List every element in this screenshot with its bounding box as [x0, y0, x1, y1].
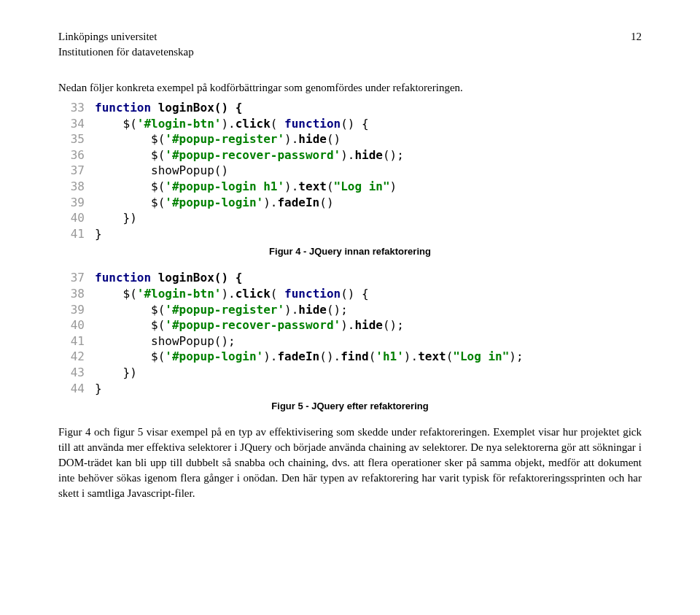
line-number: 39 [58, 302, 95, 318]
code-line: 37function loginBox() { [58, 270, 642, 286]
code-line: 41} [58, 226, 642, 242]
line-number: 33 [58, 100, 95, 116]
code-line: 39 $('#popup-register').hide(); [58, 302, 642, 318]
line-number: 36 [58, 147, 95, 163]
code-content: $('#login-btn').click( function() { [95, 286, 642, 302]
intro-paragraph: Nedan följer konkreta exempel på kodförb… [58, 80, 642, 96]
body-paragraph: Figur 4 och figur 5 visar exempel på en … [58, 425, 642, 501]
code-content: } [95, 226, 642, 242]
line-number: 40 [58, 317, 95, 333]
code-line: 41 showPopup(); [58, 333, 642, 349]
code-content: $('#popup-login h1').text("Log in") [95, 179, 642, 195]
caption-figure-4: Figur 4 - JQuery innan refaktorering [58, 246, 642, 257]
line-number: 39 [58, 195, 95, 211]
line-number: 34 [58, 116, 95, 132]
line-number: 37 [58, 270, 95, 286]
code-content: showPopup(); [95, 333, 642, 349]
code-content: } [95, 381, 642, 397]
code-line: 42 $('#popup-login').fadeIn().find('h1')… [58, 349, 642, 365]
line-number: 38 [58, 179, 95, 195]
line-number: 44 [58, 381, 95, 397]
caption-figure-5: Figur 5 - JQuery efter refaktorering [58, 401, 642, 411]
header-line1: Linköpings universitet [58, 29, 194, 45]
code-content: $('#popup-register').hide(); [95, 302, 642, 318]
line-number: 41 [58, 333, 95, 349]
line-number: 42 [58, 349, 95, 365]
code-line: 33function loginBox() { [58, 100, 642, 116]
code-content: $('#popup-login').fadeIn().find('h1').te… [95, 349, 642, 365]
code-content: showPopup() [95, 163, 642, 179]
code-line: 38 $('#popup-login h1').text("Log in") [58, 179, 642, 195]
code-line: 37 showPopup() [58, 163, 642, 179]
page-header: Linköpings universitet Institutionen för… [58, 29, 642, 60]
code-content: $('#popup-login').fadeIn() [95, 195, 642, 211]
line-number: 37 [58, 163, 95, 179]
code-content: $('#popup-register').hide() [95, 131, 642, 147]
line-number: 35 [58, 131, 95, 147]
code-line: 40 $('#popup-recover-password').hide(); [58, 317, 642, 333]
code-line: 34 $('#login-btn').click( function() { [58, 116, 642, 132]
code-line: 36 $('#popup-recover-password').hide(); [58, 147, 642, 163]
code-content: $('#popup-recover-password').hide(); [95, 147, 642, 163]
line-number: 38 [58, 286, 95, 302]
code-content: }) [95, 365, 642, 381]
code-content: function loginBox() { [95, 100, 642, 116]
code-line: 43 }) [58, 365, 642, 381]
code-figure-4: 33function loginBox() {34 $('#login-btn'… [58, 100, 642, 241]
code-line: 35 $('#popup-register').hide() [58, 131, 642, 147]
line-number: 43 [58, 365, 95, 381]
code-content: $('#login-btn').click( function() { [95, 116, 642, 132]
code-line: 44} [58, 381, 642, 397]
code-content: }) [95, 210, 642, 226]
line-number: 41 [58, 226, 95, 242]
code-line: 38 $('#login-btn').click( function() { [58, 286, 642, 302]
code-content: $('#popup-recover-password').hide(); [95, 317, 642, 333]
code-content: function loginBox() { [95, 270, 642, 286]
code-line: 39 $('#popup-login').fadeIn() [58, 195, 642, 211]
header-page-number: 12 [631, 29, 642, 60]
code-figure-5: 37function loginBox() {38 $('#login-btn'… [58, 270, 642, 396]
header-line2: Institutionen för datavetenskap [58, 45, 194, 60]
code-line: 40 }) [58, 210, 642, 226]
header-left: Linköpings universitet Institutionen för… [58, 29, 194, 60]
line-number: 40 [58, 210, 95, 226]
